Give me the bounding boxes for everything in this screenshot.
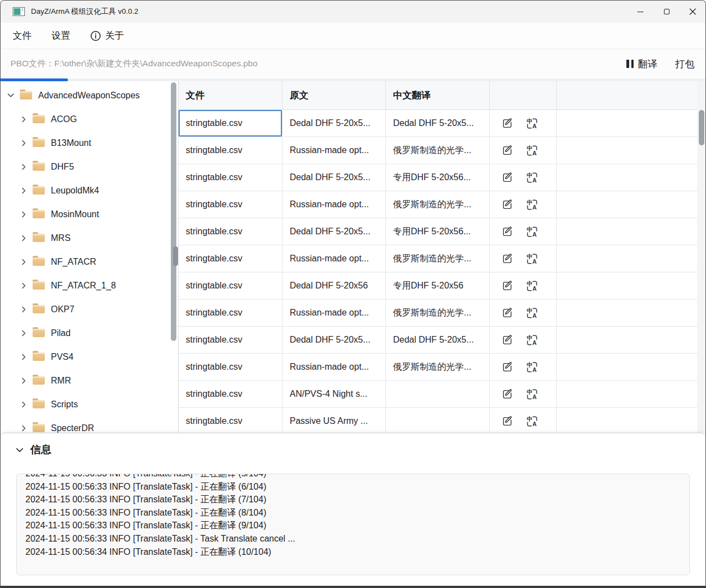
cell-source[interactable]: Dedal DHF 5-20x5... [283,110,386,136]
chevron-right-icon[interactable] [19,400,28,409]
tree-item-MRS[interactable]: MRS [1,226,178,250]
tree-item-Pilad[interactable]: Pilad [1,321,178,345]
tree-item-OKP7[interactable]: OKP7 [1,297,178,321]
edit-icon[interactable] [500,144,514,157]
cell-source[interactable]: Russian-made opt... [283,191,386,218]
cell-translation[interactable]: 专用DHF 5-20x56... [386,218,490,245]
chevron-right-icon[interactable] [19,305,28,314]
cell-translation[interactable]: 俄罗斯制造的光学... [386,191,490,218]
cell-source[interactable]: Russian-made opt... [283,245,386,272]
maximize-button[interactable] [653,1,679,23]
translate-icon[interactable]: 中A [525,252,538,265]
menu-about[interactable]: 关于 [90,29,124,42]
edit-icon[interactable] [500,414,514,428]
cell-translation[interactable]: 俄罗斯制造的光学... [386,354,490,380]
column-header-file[interactable]: 文件 [179,81,283,109]
translate-icon[interactable]: 中A [525,306,538,319]
chevron-right-icon[interactable] [19,186,28,195]
tree-item-NF_ATACR_1_8[interactable]: NF_ATACR_1_8 [1,274,178,297]
cell-file[interactable]: stringtable.csv [179,408,283,433]
edit-icon[interactable] [500,387,514,401]
tree-item-PVS4[interactable]: PVS4 [1,345,178,369]
cell-source[interactable]: Russian-made opt... [283,137,386,164]
edit-icon[interactable] [500,171,514,184]
edit-icon[interactable] [500,252,514,265]
chevron-right-icon[interactable] [19,138,28,148]
table-scrollbar[interactable] [697,81,705,433]
chevron-down-icon[interactable] [6,91,15,100]
edit-icon[interactable] [500,117,514,130]
tree-item-DHF5[interactable]: DHF5 [1,155,178,179]
cell-translation[interactable]: 专用DHF 5-20x56... [386,164,490,191]
tree-item-B13Mount[interactable]: B13Mount [1,131,178,155]
column-header-source[interactable]: 原文 [283,81,386,109]
edit-icon[interactable] [500,198,514,211]
tree-item-Scripts[interactable]: Scripts [1,392,178,416]
cell-file[interactable]: stringtable.csv [179,272,283,299]
translate-icon[interactable]: 中A [525,171,538,184]
cell-source[interactable]: Dedal DHF 5-20x5... [283,218,386,245]
translate-icon[interactable]: 中A [525,414,538,428]
pack-button[interactable]: 打包 [675,57,694,71]
chevron-right-icon[interactable] [19,209,28,219]
cell-file[interactable]: stringtable.csv [179,381,283,407]
cell-file[interactable]: stringtable.csv [179,191,283,218]
translate-icon[interactable]: 中A [525,198,538,211]
cell-translation[interactable]: 专用DHF 5-20x56 [386,272,490,299]
cell-file[interactable]: stringtable.csv [179,245,283,272]
table-scrollbar-thumb[interactable] [699,110,704,145]
chevron-right-icon[interactable] [19,114,28,124]
cell-source[interactable]: Dedal DHF 5-20x5... [283,164,386,191]
chevron-right-icon[interactable] [19,423,28,433]
chevron-right-icon[interactable] [19,162,28,171]
cell-translation[interactable]: Dedal DHF 5-20x5... [386,327,490,353]
cell-source[interactable]: Russian-made opt... [283,300,386,326]
tree-scrollbar-thumb[interactable] [171,82,176,341]
edit-icon[interactable] [500,360,514,374]
translate-icon[interactable]: 中A [525,144,538,157]
chevron-right-icon[interactable] [19,376,28,385]
translate-icon[interactable]: 中A [525,225,538,238]
chevron-right-icon[interactable] [19,352,28,361]
cell-translation[interactable]: 俄罗斯制造的光学... [386,137,490,164]
cell-translation[interactable] [386,381,490,407]
cell-translation[interactable]: 俄罗斯制造的光学... [386,300,490,326]
menu-settings[interactable]: 设置 [51,29,70,42]
cell-source[interactable]: Russian-made opt... [283,354,386,380]
cell-file[interactable]: stringtable.csv [179,137,283,164]
tree-item-SpecterDR[interactable]: SpecterDR [1,416,178,433]
cell-source[interactable]: Dedal DHF 5-20x5... [283,327,386,353]
translate-icon[interactable]: 中A [525,333,538,347]
column-header-translation[interactable]: 中文翻译 [386,81,490,109]
cell-translation[interactable]: 俄罗斯制造的光学... [386,245,490,272]
edit-icon[interactable] [500,333,514,347]
tree-item-LeupoldMk4[interactable]: LeupoldMk4 [1,179,178,202]
translate-button[interactable]: 翻译 [626,57,657,71]
cell-translation[interactable]: Dedal DHF 5-20x5... [386,110,490,136]
cell-source[interactable]: Passive US Army ... [283,408,386,433]
translate-icon[interactable]: 中A [525,279,538,292]
tree-item-NF_ATACR[interactable]: NF_ATACR [1,250,178,274]
chevron-right-icon[interactable] [19,257,28,266]
tree-item-RMR[interactable]: RMR [1,369,178,392]
chevron-right-icon[interactable] [19,281,28,290]
cell-file[interactable]: stringtable.csv [179,110,283,136]
close-button[interactable] [679,1,705,23]
edit-icon[interactable] [500,225,514,238]
tree-item-MosinMount[interactable]: MosinMount [1,202,178,226]
chevron-right-icon[interactable] [19,233,28,243]
tree-item-AdvancedWeaponScopes[interactable]: AdvancedWeaponScopes [1,83,178,107]
cell-file[interactable]: stringtable.csv [179,164,283,191]
tree-item-ACOG[interactable]: ACOG [1,107,178,131]
cell-translation[interactable] [386,408,490,433]
minimize-button[interactable] [627,1,653,23]
translate-icon[interactable]: 中A [525,387,538,401]
translate-icon[interactable]: 中A [525,360,538,374]
info-panel-header[interactable]: 信息 [1,433,705,457]
chevron-right-icon[interactable] [19,328,28,338]
cell-file[interactable]: stringtable.csv [179,300,283,326]
cell-file[interactable]: stringtable.csv [179,218,283,245]
translate-icon[interactable]: 中A [525,117,538,130]
edit-icon[interactable] [500,306,514,319]
log-output[interactable]: 2024-11-15 00:56:33 INFO [TranslateTask]… [16,474,690,575]
